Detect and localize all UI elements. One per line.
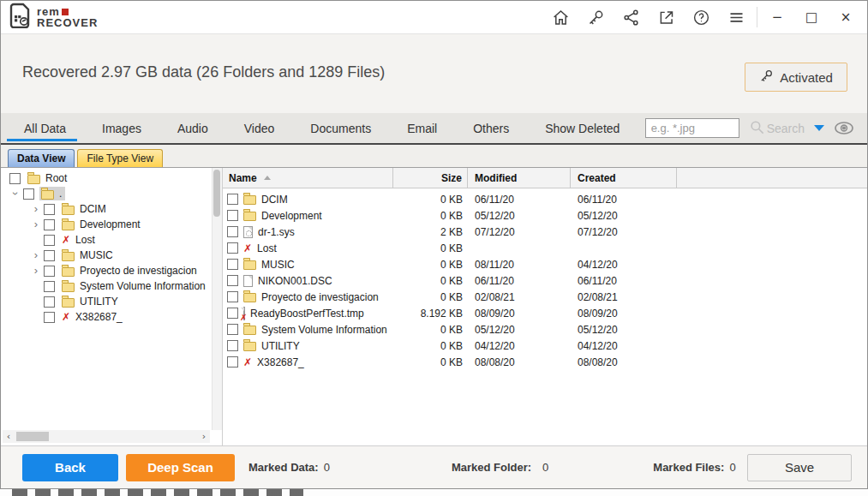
file-row-checkbox[interactable] [227, 226, 238, 237]
file-row-checkbox[interactable] [227, 194, 238, 205]
column-header-created[interactable]: Created [571, 168, 677, 188]
tree-item-proyecto-de-investigacion[interactable]: ›Proyecto de investigacion [1, 263, 222, 278]
file-row-development[interactable]: Development0 KB05/12/2005/12/20 [223, 207, 867, 224]
tree-item-music[interactable]: ›MUSIC [1, 248, 222, 263]
tree-item-drive[interactable]: ›. [1, 186, 222, 201]
preview-eye-icon[interactable] [834, 121, 854, 135]
scroll-left-arrow-icon[interactable]: ‹ [3, 430, 15, 443]
tab-data-view[interactable]: Data View [8, 149, 75, 167]
tree-item-development[interactable]: ›Development [1, 217, 222, 232]
file-row-checkbox[interactable] [227, 291, 238, 302]
tab-file-type-view[interactable]: File Type View [77, 149, 163, 167]
tree-item-body[interactable]: UTILITY [60, 295, 122, 308]
tab-others[interactable]: Others [473, 113, 509, 143]
file-row-checkbox[interactable] [227, 242, 238, 254]
tab-video[interactable]: Video [244, 113, 275, 143]
activated-button[interactable]: Activated [745, 63, 847, 92]
tree-item-checkbox[interactable] [44, 250, 55, 261]
tree-item-checkbox[interactable] [44, 312, 55, 323]
tree-vertical-scrollbar[interactable] [212, 168, 222, 430]
file-row-readyboostperftest-tmp[interactable]: ✗ReadyBoostPerfTest.tmp8.192 KB08/09/200… [223, 305, 867, 321]
tree-vertical-scrollbar-thumb[interactable] [213, 170, 220, 217]
tab-show-deleted[interactable]: Show Deleted [545, 113, 620, 143]
scroll-right-arrow-icon[interactable]: › [198, 430, 210, 443]
tree-horizontal-scrollbar-thumb[interactable] [16, 432, 49, 441]
chevron-collapsed-icon[interactable]: › [28, 263, 44, 278]
search-button[interactable]: Search [749, 119, 805, 138]
file-row-proyecto-de-investigacion[interactable]: Proyecto de investigacion0 KB02/08/2102/… [223, 289, 867, 305]
tree-item-label: DCIM [80, 203, 106, 215]
close-icon[interactable]: × [836, 9, 855, 25]
column-header-name[interactable]: Name [223, 168, 393, 188]
share-icon[interactable] [620, 7, 641, 27]
file-row-lost[interactable]: ✗Lost0 KB [223, 240, 867, 256]
tree-item-x382687[interactable]: ✗X382687_ [1, 309, 222, 325]
chevron-collapsed-icon[interactable]: › [28, 217, 44, 232]
chevron-collapsed-icon[interactable]: › [28, 201, 44, 217]
tree-item-body[interactable]: . [39, 187, 65, 200]
file-row-checkbox[interactable] [227, 308, 238, 319]
search-input[interactable] [645, 118, 739, 138]
open-external-icon[interactable] [655, 7, 676, 27]
tree-item-root[interactable]: Root [1, 170, 222, 186]
tree-item-system-volume-information[interactable]: System Volume Information [1, 278, 222, 294]
home-icon[interactable] [550, 7, 571, 27]
file-row-system-volume-information[interactable]: System Volume Information0 KB05/12/2005/… [223, 321, 867, 338]
tab-documents[interactable]: Documents [310, 113, 371, 143]
tree-item-checkbox[interactable] [44, 296, 55, 308]
help-icon[interactable] [691, 7, 711, 27]
file-row-x382687[interactable]: ✗X382687_0 KB08/08/2008/08/20 [223, 354, 867, 370]
column-header-size[interactable]: Size [393, 168, 468, 188]
tree-item-checkbox[interactable] [44, 281, 55, 292]
tab-audio[interactable]: Audio [177, 113, 208, 143]
tree-horizontal-scrollbar[interactable]: ‹ › [3, 430, 210, 443]
search-options-dropdown-icon[interactable] [814, 125, 824, 131]
folder-icon [62, 221, 75, 230]
tree-item-checkbox[interactable] [23, 188, 34, 200]
file-row-checkbox[interactable] [227, 259, 238, 270]
tab-all-data[interactable]: All Data [24, 113, 66, 143]
file-row-music[interactable]: MUSIC0 KB08/11/2004/12/20 [223, 256, 867, 272]
key-icon[interactable] [585, 7, 606, 27]
menu-icon[interactable] [726, 7, 746, 27]
tree-item-checkbox[interactable] [44, 219, 55, 230]
file-row-dcim[interactable]: DCIM0 KB06/11/2006/11/20 [223, 191, 867, 207]
tree-item-body[interactable]: DCIM [60, 202, 110, 216]
file-modified-date: 05/12/20 [468, 210, 571, 222]
tab-images[interactable]: Images [102, 113, 141, 143]
file-name: System Volume Information [261, 324, 387, 336]
file-row-checkbox[interactable] [227, 210, 238, 221]
file-row-checkbox[interactable] [227, 275, 238, 286]
back-button[interactable]: Back [22, 454, 118, 481]
file-row-checkbox[interactable] [227, 324, 238, 335]
tree-item-body[interactable]: ✗Lost [60, 233, 99, 247]
tree-item-checkbox[interactable] [44, 235, 55, 246]
file-row-checkbox[interactable] [227, 356, 238, 368]
file-row-dr-1-sys[interactable]: dr-1.sys2 KB07/12/2007/12/20 [223, 224, 867, 240]
tree-item-lost[interactable]: ✗Lost [1, 232, 222, 248]
file-row-utility[interactable]: UTILITY0 KB04/12/2004/12/20 [223, 338, 867, 354]
tree-item-checkbox[interactable] [9, 173, 21, 184]
minimize-icon[interactable]: − [768, 9, 787, 25]
save-button[interactable]: Save [747, 454, 852, 481]
tree-item-body[interactable]: Root [26, 171, 70, 185]
file-name-cell: Proyecto de investigacion [223, 291, 393, 303]
tree-item-checkbox[interactable] [44, 266, 55, 277]
tree-item-body[interactable]: MUSIC [60, 248, 117, 262]
file-row-nikon001-dsc[interactable]: NIKON001.DSC0 KB06/11/2006/11/20 [223, 272, 867, 289]
tree-item-body[interactable]: Development [60, 218, 144, 231]
chevron-collapsed-icon[interactable]: › [28, 248, 44, 263]
tab-email[interactable]: Email [407, 113, 437, 143]
tree-item-checkbox[interactable] [44, 204, 55, 215]
column-header-modified[interactable]: Modified [468, 168, 571, 188]
maximize-icon[interactable]: □ [802, 9, 821, 25]
tree-item-body[interactable]: ✗X382687_ [60, 310, 126, 324]
folder-icon [243, 342, 256, 351]
tree-item-utility[interactable]: UTILITY [1, 294, 222, 309]
deep-scan-button[interactable]: Deep Scan [126, 454, 235, 481]
tree-item-body[interactable]: System Volume Information [60, 279, 209, 293]
tree-item-dcim[interactable]: ›DCIM [1, 201, 222, 217]
chevron-expanded-icon[interactable]: › [8, 186, 23, 201]
tree-item-body[interactable]: Proyecto de investigacion [60, 264, 201, 278]
file-row-checkbox[interactable] [227, 340, 238, 351]
